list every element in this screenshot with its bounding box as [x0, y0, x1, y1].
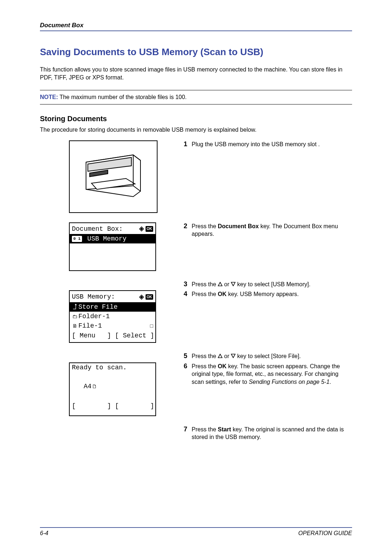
lcd-softkeys: [ Menu ] [ Select ]: [70, 331, 155, 342]
lcd-item: Folder-1: [70, 312, 155, 321]
step-num: 6: [181, 362, 187, 386]
step-text: Press the OK key. USB Memory appears.: [192, 290, 352, 298]
folder-icon: [72, 312, 78, 321]
printer-icon: [79, 148, 148, 206]
printer-illustration: [69, 140, 158, 213]
lcd-selected-item: 0 1 USB Memory: [70, 234, 155, 243]
lcd-item-label: Folder-1: [78, 312, 110, 321]
note-label: NOTE:: [40, 94, 58, 100]
step-num: 7: [181, 426, 187, 441]
illustration-col: [40, 140, 171, 213]
nav-diamond-icon: [139, 295, 144, 300]
step-row-2: Document Box: OK 0 1 USB Memory 2: [40, 222, 352, 271]
ok-badge: OK: [146, 294, 153, 300]
svg-marker-11: [218, 354, 222, 358]
lcd-softkeys: [ ] [ ]: [70, 401, 155, 413]
page: Document Box Saving Documents to USB Mem…: [0, 0, 392, 554]
lcd-title: USB Memory:: [72, 292, 115, 301]
up-folder-icon: ⮥: [72, 303, 78, 311]
file-icon: [72, 321, 78, 330]
page-footer: 6-4 OPERATION GUIDE: [40, 527, 352, 537]
lcd-item-label: Store File: [78, 303, 118, 311]
lcd-col: Document Box: OK 0 1 USB Memory: [40, 222, 171, 271]
up-triangle-icon: [218, 282, 222, 286]
step-num: 1: [181, 140, 187, 148]
step-num: 3: [181, 280, 187, 288]
step-row-4: USB Memory: OK ⮥Store File Folder-1 File…: [40, 290, 352, 343]
step-text: Plug the USB memory into the USB memory …: [192, 140, 352, 148]
lcd-screen-ready: Ready to scan. A4 [ ] [ ]: [69, 362, 156, 416]
page-number: 6-4: [40, 530, 48, 537]
step-text: Press the Document Box key. The Document…: [192, 222, 352, 238]
step-text: Press the or key to select [Store File].: [192, 352, 352, 360]
step-num: 2: [181, 222, 187, 238]
lcd-item-label: USB Memory: [83, 234, 127, 243]
item-number-badge: 0 1: [72, 236, 82, 242]
step-text: Press the OK key. The basic screen appea…: [192, 362, 352, 386]
step-right-3: 3 Press the or key to select [USB Memory…: [181, 280, 352, 288]
step-right-2: 2 Press the Document Box key. The Docume…: [181, 222, 352, 238]
nav-ok-indicator: OK: [139, 294, 153, 300]
checkbox-icon: [150, 321, 153, 330]
lcd-title: Document Box:: [72, 225, 123, 233]
lcd-selected-item: ⮥Store File: [70, 302, 155, 312]
step-text: Press the Start key. The original is sca…: [192, 426, 352, 441]
intro-text: This function allows you to store scanne…: [40, 66, 352, 81]
note-text: The maximum number of the storable files…: [58, 94, 187, 100]
step-text: Press the or key to select [USB Memory].: [192, 280, 352, 288]
nav-ok-indicator: OK: [139, 226, 153, 232]
down-triangle-icon: [231, 282, 236, 286]
step-right-5: 5 Press the or key to select [Store File…: [181, 352, 352, 360]
down-triangle-icon: [231, 354, 236, 358]
step-row-1: 1 Plug the USB memory into the USB memor…: [40, 140, 352, 213]
subheading: Storing Documents: [40, 115, 352, 123]
svg-marker-12: [231, 354, 235, 358]
guide-label: OPERATION GUIDE: [298, 530, 352, 537]
step-right-7: 7 Press the Start key. The original is s…: [181, 426, 352, 441]
step-row-7: 7 Press the Start key. The original is s…: [40, 426, 352, 441]
lcd-title-row: Document Box: OK: [70, 223, 155, 234]
lcd-title-row: USB Memory: OK: [70, 291, 155, 302]
steps-area: 1 Plug the USB memory into the USB memor…: [40, 140, 352, 441]
lcd-col: Ready to scan. A4 [ ] [ ]: [40, 362, 171, 416]
lcd-item: File-1: [70, 321, 155, 331]
svg-marker-7: [231, 282, 235, 286]
step-right-1: 1 Plug the USB memory into the USB memor…: [181, 140, 352, 148]
svg-marker-6: [218, 282, 222, 286]
lcd-screen-document-box: Document Box: OK 0 1 USB Memory: [69, 222, 156, 271]
subintro-text: The procedure for storing documents in r…: [40, 126, 352, 134]
section-title: Saving Documents to USB Memory (Scan to …: [40, 46, 352, 58]
lcd-item-label: File-1: [78, 322, 102, 329]
step-num: 5: [181, 352, 187, 360]
step-row-5: 5 Press the or key to select [Store File…: [40, 352, 352, 360]
lcd-status-line: Ready to scan.: [70, 363, 155, 373]
step-row-6: Ready to scan. A4 [ ] [ ] 6 Press the OK…: [40, 362, 352, 416]
step-right-6: 6 Press the OK key. The basic screen app…: [181, 362, 352, 386]
up-triangle-icon: [218, 354, 222, 358]
step-row-3: 3 Press the or key to select [USB Memory…: [40, 280, 352, 288]
lcd-paper-size: A4: [70, 382, 155, 391]
page-header: Document Box: [40, 22, 352, 31]
paper-icon: [91, 382, 97, 391]
step-num: 4: [181, 290, 187, 298]
lcd-screen-usb-memory: USB Memory: OK ⮥Store File Folder-1 File…: [69, 290, 156, 343]
step-right-4: 4 Press the OK key. USB Memory appears.: [181, 290, 352, 298]
ok-badge: OK: [146, 226, 153, 232]
lcd-col: USB Memory: OK ⮥Store File Folder-1 File…: [40, 290, 171, 343]
note-block: NOTE: The maximum number of the storable…: [40, 90, 352, 104]
nav-diamond-icon: [139, 226, 144, 231]
chapter-title: Document Box: [40, 22, 83, 29]
